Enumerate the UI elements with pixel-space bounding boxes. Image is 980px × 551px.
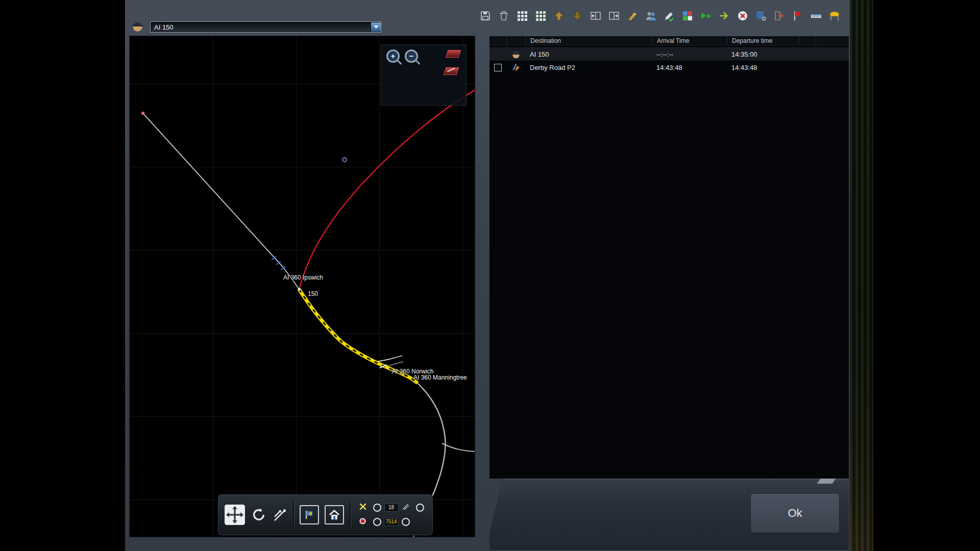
column-extra-2 (816, 36, 849, 45)
destination-marker-icon (506, 61, 525, 74)
depot-button[interactable] (828, 10, 841, 22)
signal-marker-icon[interactable] (358, 517, 367, 528)
map-label-ipswich: AI 360 Ipswich (283, 274, 323, 281)
column-arrival: Arrival Time (652, 36, 727, 45)
circle-marker-icon[interactable] (402, 518, 410, 526)
row-checkbox[interactable] (494, 64, 502, 71)
ruler-button[interactable] (810, 10, 822, 22)
map-toolbar: 18 7514 (217, 494, 433, 536)
database-settings-button[interactable] (755, 10, 767, 22)
table-row[interactable]: Derby Road P2 14:43:48 14:43:48 (489, 61, 849, 74)
marker-filter-grid: 18 7514 (356, 502, 426, 529)
screen: AI 150 (0, 0, 980, 551)
panel-corner-decoration (817, 479, 836, 484)
column-checkbox (489, 36, 506, 45)
split-left-button[interactable] (590, 10, 602, 22)
split-right-button[interactable] (608, 10, 620, 22)
move-up-button[interactable] (553, 10, 565, 22)
drivers-button[interactable] (645, 10, 657, 22)
consist-colors-button[interactable] (681, 10, 694, 22)
home-tool-button[interactable] (325, 505, 344, 524)
map-label-train: 150 (308, 290, 318, 297)
driver-avatar-icon (131, 19, 144, 33)
rotate-view-button[interactable] (251, 507, 266, 522)
marker-counter-bottom: 7514 (384, 518, 398, 526)
column-icon (506, 36, 525, 45)
ok-button[interactable]: Ok (750, 493, 840, 533)
delete-button[interactable] (498, 10, 510, 22)
train-select-value: AI 150 (151, 23, 371, 31)
dropdown-button[interactable] (371, 22, 381, 32)
save-button[interactable] (479, 10, 492, 22)
column-departure: Departure time (727, 36, 799, 45)
column-extra-1 (799, 36, 816, 45)
insert-service-button[interactable] (718, 10, 730, 22)
zoom-out-icon[interactable]: − (405, 49, 418, 63)
map-mode-icon[interactable] (446, 50, 461, 58)
move-down-button[interactable] (571, 10, 583, 22)
tool-gold-button[interactable] (626, 10, 639, 22)
toolbar-separator (350, 501, 351, 529)
map-edit-icon[interactable] (444, 67, 459, 75)
add-service-button[interactable] (700, 10, 712, 22)
hazard-marker-icon[interactable] (358, 502, 368, 513)
row-departure: 14:35:00 (727, 47, 799, 61)
chevron-down-icon (374, 26, 379, 29)
flag-button[interactable] (792, 10, 804, 22)
row-arrival: --:--:-- (652, 47, 727, 61)
timetable-rows: AI 150 --:--:-- 14:35:00 Derby Road P2 1… (489, 47, 849, 74)
timetable-panel: Destination Arrival Time Departure time … (489, 36, 849, 479)
row-checkbox-cell (489, 47, 506, 61)
toolbar-separator (293, 501, 294, 529)
map-label-manningtree: AI 360 Manningtree (413, 374, 467, 381)
edit-confirm-button[interactable] (663, 10, 675, 22)
zoom-in-icon[interactable]: + (386, 49, 400, 63)
row-destination: AI 150 (525, 47, 652, 61)
row-departure: 14:43:48 (727, 61, 799, 74)
circle-marker-icon[interactable] (373, 518, 381, 526)
marker-counter-top: 18 (384, 504, 399, 512)
export-button[interactable] (773, 10, 786, 22)
driver-icon (506, 47, 525, 61)
row-destination: Derby Road P2 (525, 61, 652, 74)
timetable-toolbar (479, 10, 841, 22)
table-row[interactable]: AI 150 --:--:-- 14:35:00 (489, 47, 849, 61)
map-zoom-overlay: + − (381, 44, 467, 106)
circle-marker-icon[interactable] (416, 504, 424, 512)
remove-service-button[interactable] (737, 10, 749, 22)
pan-tool-button[interactable] (224, 504, 246, 525)
column-destination: Destination (525, 36, 652, 45)
route-map-canvas (130, 36, 475, 537)
editor-window: AI 150 (125, 0, 850, 551)
circle-marker-icon[interactable] (373, 504, 381, 512)
junction-tool-button[interactable] (272, 507, 287, 522)
background-scenery (850, 0, 873, 551)
track-marker-icon[interactable] (401, 502, 410, 513)
row-checkbox-cell (489, 61, 506, 74)
route-map[interactable]: AI 360 Ipswich 150 AI 360 Norwich AI 360… (129, 36, 475, 537)
timetable-header: Destination Arrival Time Departure time (489, 36, 849, 45)
row-arrival: 14:43:48 (652, 61, 727, 74)
train-select-dropdown[interactable]: AI 150 (150, 21, 381, 33)
footer-panel: Ok (489, 479, 849, 550)
grid-small-button[interactable] (516, 10, 528, 22)
marker-tool-button[interactable] (300, 505, 319, 524)
grid-large-button[interactable] (534, 10, 547, 22)
